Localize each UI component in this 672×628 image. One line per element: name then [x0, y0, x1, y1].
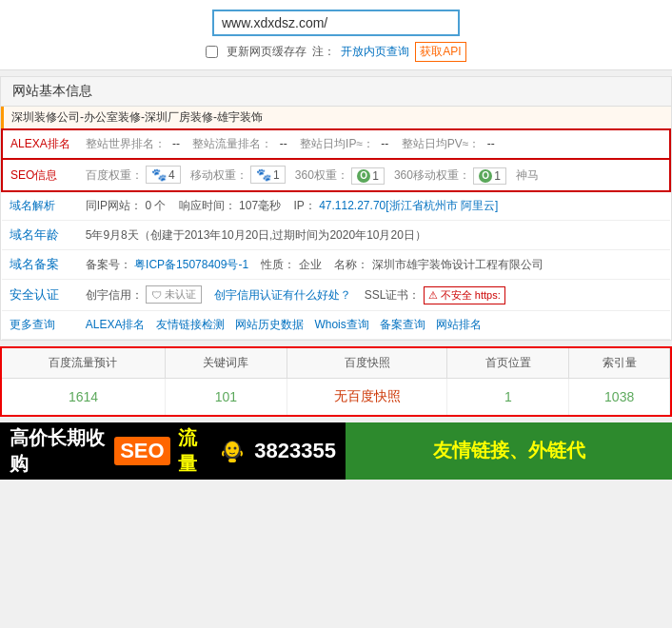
th-index: 索引量 — [569, 348, 670, 379]
mobile-badge: 🐾 1 — [250, 166, 286, 184]
banner-left[interactable]: 高价长期收购 SEO 流量 3823355 — [0, 422, 346, 480]
daily-pv-value: -- — [487, 137, 495, 150]
world-rank-label: 整站世界排名： — [86, 137, 166, 150]
alexa-link[interactable]: ALEXA排名 — [86, 318, 146, 331]
beian-no-label: 备案号： — [86, 258, 131, 271]
credit-link[interactable]: 创宇信用认证有什么好处？ — [214, 288, 351, 302]
banner-row: 高价长期收购 SEO 流量 3823355 友情链接、外链代 — [0, 422, 672, 480]
same-ip-value: 0 个 — [145, 199, 166, 212]
more-label: 更多查询 — [2, 310, 78, 339]
more-links-values: ALEXA排名 友情链接检测 网站历史数据 Whois查询 备案查询 网站排名 — [78, 310, 670, 339]
main-section: 网站基本信息 深圳装修公司-办公室装修-深圳厂房装修-雄宇装饰 ALEXA排名 … — [0, 76, 672, 341]
unverified-badge: 🛡 未认证 — [146, 285, 202, 304]
seo-row: SEO信息 百度权重： 🐾 4 移动权重： 🐾 1 360权重： O 1 — [2, 159, 670, 191]
svg-point-2 — [228, 446, 231, 449]
td-homepage: 1 — [447, 378, 569, 415]
traffic-rank-label: 整站流量排名： — [192, 137, 272, 150]
baidu-weight-label: 百度权重： — [86, 168, 143, 182]
more-links-row: 更多查询 ALEXA排名 友情链接检测 网站历史数据 Whois查询 备案查询 … — [2, 310, 670, 339]
banner-seo: SEO — [114, 437, 169, 465]
mobile-weight-label: 移动权重： — [190, 168, 247, 182]
shield-icon: 🛡 — [151, 289, 162, 301]
domain-age-label: 域名年龄 — [2, 221, 78, 250]
svg-rect-4 — [228, 459, 236, 462]
ssl-label: SSL证书： — [365, 288, 421, 302]
svg-point-3 — [234, 446, 237, 449]
domain-age-row: 域名年龄 5年9月8天（创建于2013年10月20日,过期时间为2020年10月… — [2, 221, 670, 250]
section-title: 网站基本信息 — [1, 77, 671, 107]
domain-beian-label: 域名备案 — [2, 250, 78, 280]
td-keyword: 101 — [165, 378, 287, 415]
banner-text1: 高价长期收购 — [10, 425, 107, 477]
inner-page-link[interactable]: 开放内页查询 — [341, 44, 409, 60]
name-value: 深圳市雄宇装饰设计工程有限公司 — [372, 258, 544, 271]
security-row: 安全认证 创宇信用： 🛡 未认证 创宇信用认证有什么好处？ SSL证书： ⚠ 不… — [2, 280, 670, 311]
options-row: 更新网页缓存存 注： 开放内页查询 获取API — [206, 42, 465, 62]
mobile360-label: 360移动权重： — [394, 168, 470, 182]
checkbox-label: 更新网页缓存存 — [227, 44, 306, 60]
domain-beian-row: 域名备案 备案号： 粤ICP备15078409号-1 性质： 企业 名称： 深圳… — [2, 250, 670, 280]
note-text: 注： — [312, 44, 335, 60]
paw-icon: 🐾 — [151, 167, 167, 182]
traffic-header-row: 百度流量预计 关键词库 百度快照 首页位置 索引量 — [2, 348, 670, 379]
traffic-section: 百度流量预计 关键词库 百度快照 首页位置 索引量 1614 101 无百度快照… — [0, 346, 672, 417]
alexa-values: 整站世界排名： -- 整站流量排名： -- 整站日均IP≈： -- 整站日均PV… — [78, 129, 670, 159]
warning-icon: ⚠ — [428, 289, 438, 302]
ssl-value: 不安全 https: — [441, 288, 501, 303]
svg-point-1 — [226, 442, 239, 457]
alexa-label: ALEXA排名 — [2, 129, 78, 159]
mobile360-value: 1 — [494, 169, 501, 183]
ip-value[interactable]: 47.112.27.70[浙江省杭州市 阿里云] — [319, 199, 498, 212]
beian-no-value[interactable]: 粤ICP备15078409号-1 — [134, 258, 248, 271]
baidu-weight-value: 4 — [168, 168, 175, 182]
same-ip-label: 同IP网站： — [86, 199, 142, 212]
daily-ip-value: -- — [381, 137, 388, 150]
mobile-weight-value: 1 — [273, 168, 280, 182]
beian-query-link[interactable]: 备案查询 — [380, 318, 425, 331]
th-homepage: 首页位置 — [447, 348, 569, 379]
name-label: 名称： — [334, 258, 368, 271]
paw-icon-mobile: 🐾 — [256, 167, 271, 182]
history-link[interactable]: 网站历史数据 — [235, 318, 304, 331]
whois-link[interactable]: Whois查询 — [314, 318, 368, 331]
banner-right-highlight: 友情链接、外链代 — [433, 440, 585, 461]
nature-label: 性质： — [261, 258, 295, 271]
rank360-value: 1 — [372, 169, 379, 183]
th-snapshot: 百度快照 — [287, 348, 447, 379]
url-input[interactable] — [212, 10, 460, 36]
domain-age-value: 5年9月8天（创建于2013年10月20日,过期时间为2020年10月20日） — [78, 221, 670, 250]
top-bar: 更新网页缓存存 注： 开放内页查询 获取API — [0, 0, 672, 70]
domain-resolve-values: 同IP网站： 0 个 响应时间： 107毫秒 IP： 47.112.27.70[… — [78, 191, 670, 221]
qq-icon — [218, 434, 247, 468]
rank360-badge: O 1 — [351, 167, 385, 185]
rank-link[interactable]: 网站排名 — [436, 318, 482, 331]
domain-beian-values: 备案号： 粤ICP备15078409号-1 性质： 企业 名称： 深圳市雄宇装饰… — [78, 250, 670, 280]
security-values: 创宇信用： 🛡 未认证 创宇信用认证有什么好处？ SSL证书： ⚠ 不安全 ht… — [78, 280, 670, 311]
th-baidu-traffic: 百度流量预计 — [2, 348, 165, 379]
api-link[interactable]: 获取API — [415, 42, 465, 62]
mobile360-badge: O 1 — [473, 167, 506, 185]
alexa-row: ALEXA排名 整站世界排名： -- 整站流量排名： -- 整站日均IP≈： -… — [2, 129, 670, 159]
domain-resolve-label: 域名解析 — [2, 191, 78, 221]
banner-right-text: 友情链接、外链代 — [433, 438, 585, 463]
friend-link[interactable]: 友情链接检测 — [156, 318, 225, 331]
update-cache-checkbox[interactable] — [206, 46, 218, 58]
response-label: 响应时间： — [179, 199, 236, 212]
unverified-text: 未认证 — [165, 287, 196, 302]
circle-icon-360m: O — [479, 169, 492, 183]
scroll-text: 深圳装修公司-办公室装修-深圳厂房装修-雄宇装饰 — [11, 110, 263, 124]
ssl-badge: ⚠ 不安全 https: — [424, 286, 505, 304]
traffic-value-row: 1614 101 无百度快照 1 1038 — [2, 378, 670, 415]
scroll-note: 深圳装修公司-办公室装修-深圳厂房装修-雄宇装饰 — [1, 107, 671, 128]
banner-number: 3823355 — [254, 439, 336, 463]
th-keyword: 关键词库 — [165, 348, 287, 379]
td-baidu-traffic: 1614 — [2, 378, 165, 415]
td-index: 1038 — [569, 378, 670, 415]
nature-value: 企业 — [299, 258, 322, 271]
shenma-label: 神马 — [516, 168, 539, 182]
banner-text2: 流量 — [178, 425, 210, 477]
banner-right[interactable]: 友情链接、外链代 — [346, 422, 672, 480]
url-input-row — [212, 10, 460, 36]
world-rank-value: -- — [172, 137, 180, 150]
traffic-rank-value: -- — [280, 137, 287, 150]
